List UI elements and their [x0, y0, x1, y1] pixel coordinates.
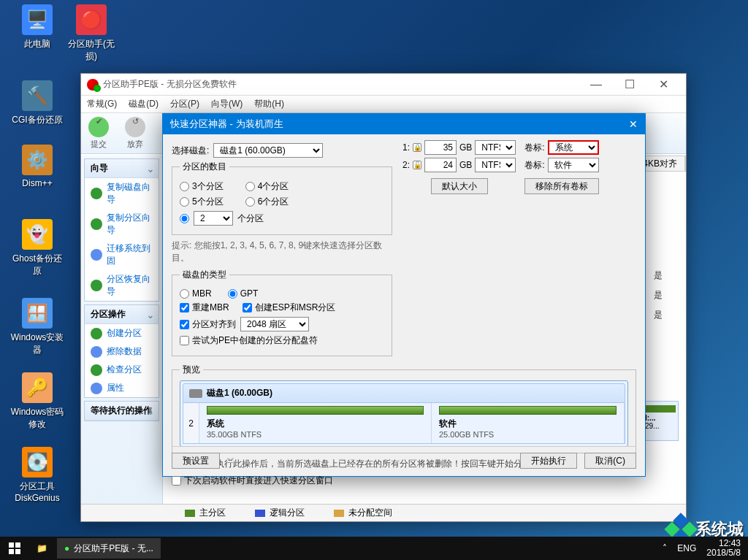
- desktop-icon-ghost[interactable]: 👻Ghost备份还原: [10, 219, 64, 277]
- svg-rect-0: [9, 542, 14, 548]
- desktop-icon-partition-assistant[interactable]: 🔴分区助手(无损): [64, 4, 118, 63]
- maximize-button[interactable]: ☐: [613, 74, 646, 95]
- titlebar[interactable]: 分区助手PE版 - 无损分区免费软件 — ☐ ✕: [81, 74, 686, 96]
- tray-up-icon[interactable]: ˄: [663, 543, 667, 553]
- quick-partition-dialog: 快速分区神器 - 为装机而生 ✕ 选择磁盘: 磁盘1 (60.00GB) 分区的…: [162, 113, 646, 477]
- legend-primary: 主分区: [199, 507, 226, 519]
- toolbar-commit[interactable]: ✔提交: [88, 117, 109, 150]
- disk-select[interactable]: 磁盘1 (60.00GB): [213, 143, 323, 158]
- radio-mbr[interactable]: MBR: [180, 288, 212, 299]
- sidebar: 向导 复制磁盘向导 复制分区向导 迁移系统到固 分区恢复向导 分区操作 创建分区…: [81, 156, 163, 504]
- sidebar-item-copy-partition[interactable]: 复制分区向导: [85, 209, 159, 239]
- tray-date[interactable]: 2018/5/8: [706, 548, 741, 558]
- vol-label: 卷标:: [524, 142, 544, 154]
- close-button[interactable]: ✕: [646, 74, 680, 95]
- check-rebuild-mbr[interactable]: 重建MBR: [180, 302, 229, 314]
- dialog-close-button[interactable]: ✕: [629, 118, 638, 130]
- legend-logical: 逻辑分区: [270, 507, 305, 519]
- taskbar-task[interactable]: ●分区助手PE版 - 无...: [57, 538, 161, 559]
- select-disk-label: 选择磁盘:: [172, 145, 209, 157]
- toolbar-discard[interactable]: ↺放弃: [125, 117, 145, 150]
- bg-disk-preview[interactable]: I:... 29...: [642, 401, 679, 441]
- desktop-icon-win-password[interactable]: 🔑Windows密码修改: [10, 372, 64, 431]
- sidebar-item-create[interactable]: 创建分区: [85, 324, 159, 342]
- check-next-time[interactable]: 下次启动软件时直接进入快速分区窗口: [172, 475, 636, 487]
- preview-group: 预览 磁盘1 (60.00GB) 2 系统 35.00GB NTFS 软件: [172, 364, 636, 453]
- align-select[interactable]: 2048 扇区: [240, 317, 309, 331]
- chevron-down-icon: ︾: [227, 456, 234, 466]
- disk-type-group: 磁盘的类型 MBR GPT 重建MBR 创建ESP和MSR分区 分区对齐到 20…: [172, 269, 392, 356]
- svg-rect-1: [15, 542, 20, 548]
- part1-unit: GB: [459, 142, 472, 153]
- part1-vol-select[interactable]: 系统: [548, 140, 599, 155]
- part2-unit: GB: [459, 160, 472, 170]
- sidebar-pending-header[interactable]: 等待执行的操作: [85, 402, 159, 421]
- menu-wizard[interactable]: 向导(W): [211, 98, 243, 110]
- minimize-button[interactable]: —: [579, 74, 613, 95]
- remove-labels-button[interactable]: 移除所有卷标: [524, 178, 599, 194]
- preset-button[interactable]: 预设置: [172, 453, 220, 469]
- svg-rect-3: [15, 549, 20, 554]
- legend-unalloc: 未分配空间: [348, 507, 392, 519]
- menubar: 常规(G) 磁盘(D) 分区(P) 向导(W) 帮助(H): [81, 96, 686, 113]
- cancel-button[interactable]: 取消(C): [584, 453, 636, 469]
- check-align[interactable]: 分区对齐到: [180, 318, 236, 331]
- legend: 主分区 逻辑分区 未分配空间: [81, 504, 686, 521]
- disk-icon: [189, 389, 202, 398]
- start-button[interactable]: [0, 537, 29, 560]
- sidebar-item-check[interactable]: 检查分区: [85, 361, 159, 379]
- part2-size-input[interactable]: [424, 158, 457, 172]
- desktop-icon-dism[interactable]: ⚙️Dism++: [10, 145, 64, 188]
- sidebar-item-migrate-os[interactable]: 迁移系统到固: [85, 239, 159, 270]
- radio-5-parts[interactable]: 5个分区: [180, 196, 224, 208]
- menu-partition[interactable]: 分区(P): [170, 98, 199, 110]
- custom-count-suffix: 个分区: [237, 212, 264, 225]
- dialog-titlebar[interactable]: 快速分区神器 - 为装机而生 ✕: [163, 114, 645, 134]
- default-size-button[interactable]: 默认大小: [431, 178, 488, 194]
- lock-icon[interactable]: 🔒: [413, 143, 421, 152]
- preview-disk-name: 磁盘1 (60.00GB): [207, 387, 272, 399]
- app-icon: [87, 79, 99, 91]
- radio-6-parts[interactable]: 6个分区: [245, 196, 289, 208]
- window-title: 分区助手PE版 - 无损分区免费软件: [103, 78, 237, 91]
- taskbar-explorer-icon[interactable]: 📁: [29, 543, 54, 553]
- bg-disk-size: 29...: [645, 422, 659, 430]
- tray-lang[interactable]: ENG: [677, 543, 696, 553]
- vol-label: 卷标:: [524, 159, 544, 172]
- check-create-esp[interactable]: 创建ESP和MSR分区: [243, 302, 336, 314]
- radio-4-parts[interactable]: 4个分区: [245, 180, 289, 193]
- sidebar-wizard-header[interactable]: 向导: [85, 159, 159, 178]
- sidebar-ops-header[interactable]: 分区操作: [85, 305, 159, 324]
- start-button[interactable]: 开始执行: [520, 453, 577, 469]
- preview-part-2[interactable]: 软件 25.00GB NTFS: [432, 403, 625, 443]
- menu-general[interactable]: 常规(G): [87, 98, 117, 110]
- part2-vol-select[interactable]: 软件: [548, 158, 599, 172]
- desktop-icon-this-pc[interactable]: 🖥️此电脑: [10, 4, 64, 50]
- bg-disk-label: I:...: [645, 414, 655, 422]
- menu-disk[interactable]: 磁盘(D): [129, 98, 159, 110]
- radio-3-parts[interactable]: 3个分区: [180, 180, 224, 193]
- custom-count-select[interactable]: 2: [194, 211, 233, 226]
- radio-gpt[interactable]: GPT: [228, 288, 259, 299]
- preview-part-1[interactable]: 系统 35.00GB NTFS: [199, 403, 432, 443]
- desktop-icon-cgi[interactable]: 🔨CGI备份还原: [10, 80, 64, 126]
- lock-icon[interactable]: 🔓: [413, 161, 421, 169]
- part2-fs-select[interactable]: NTFS: [475, 158, 516, 172]
- menu-help[interactable]: 帮助(H): [254, 98, 284, 110]
- check-try-pe[interactable]: 尝试为PE中创建的分区分配盘符: [180, 334, 318, 347]
- task-label: 分区助手PE版 - 无...: [74, 542, 153, 555]
- radio-custom-parts[interactable]: [180, 214, 189, 223]
- sidebar-item-properties[interactable]: 属性: [85, 379, 159, 397]
- part1-size-input[interactable]: [424, 140, 457, 155]
- sidebar-item-wipe[interactable]: 擦除数据: [85, 342, 159, 361]
- taskbar: 📁 ●分区助手PE版 - 无... ˄ ENG 12:43 2018/5/8: [0, 537, 748, 560]
- part1-fs-select[interactable]: NTFS: [475, 140, 516, 155]
- desktop-icon-diskgenius[interactable]: 💽分区工具DiskGenius: [10, 447, 64, 503]
- part2-index: 2:: [402, 160, 410, 170]
- sidebar-item-copy-disk[interactable]: 复制磁盘向导: [85, 178, 159, 209]
- dialog-title: 快速分区神器 - 为装机而生: [170, 118, 283, 131]
- sidebar-item-recover-part[interactable]: 分区恢复向导: [85, 270, 159, 301]
- svg-rect-2: [9, 549, 14, 554]
- preview-count: 2: [183, 403, 199, 443]
- desktop-icon-win-installer[interactable]: 🪟Windows安装器: [10, 298, 64, 356]
